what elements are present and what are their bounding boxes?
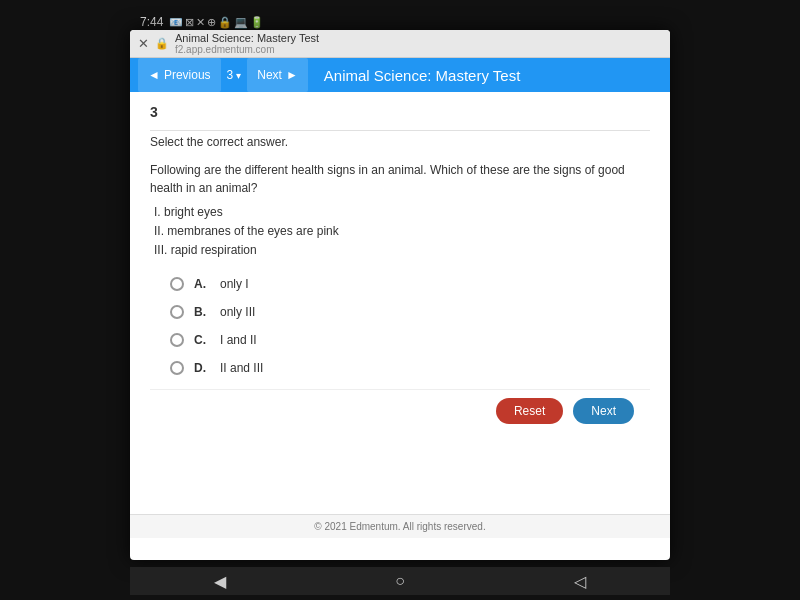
- options-container: A. only I B. only III C. I and II D. II …: [170, 277, 650, 375]
- option-label-c: C.: [194, 333, 210, 347]
- radio-b[interactable]: [170, 305, 184, 319]
- next-label-nav: Next: [257, 68, 282, 82]
- next-arrow-icon: ►: [286, 68, 298, 82]
- question-item-2: II. membranes of the eyes are pink: [154, 222, 650, 241]
- option-text-d: II and III: [220, 361, 263, 375]
- browser-chrome: ✕ 🔒 Animal Science: Mastery Test f2.app.…: [130, 30, 670, 58]
- nav-bar: ◄ Previous 3 ▾ Next ► Animal Science: Ma…: [130, 58, 670, 92]
- radio-d[interactable]: [170, 361, 184, 375]
- dropdown-icon[interactable]: ▾: [236, 70, 241, 81]
- browser-tab-title: Animal Science: Mastery Test: [175, 32, 319, 44]
- option-row-b: B. only III: [170, 305, 650, 319]
- browser-url: f2.app.edmentum.com: [175, 44, 319, 55]
- question-item-3: III. rapid respiration: [154, 241, 650, 260]
- divider: [150, 130, 650, 131]
- option-row-d: D. II and III: [170, 361, 650, 375]
- close-icon[interactable]: ✕: [138, 36, 149, 51]
- radio-a[interactable]: [170, 277, 184, 291]
- device-top: 7:44 📧⊠✕⊕🔒💻🔋: [130, 15, 670, 29]
- option-text-b: only III: [220, 305, 255, 319]
- copyright-text: © 2021 Edmentum. All rights reserved.: [314, 521, 485, 532]
- android-recents-button[interactable]: ◁: [574, 572, 586, 591]
- question-number: 3: [150, 104, 650, 120]
- page-indicator: 3 ▾: [221, 68, 248, 82]
- next-button-nav[interactable]: Next ►: [247, 58, 308, 92]
- content-area: 3 Select the correct answer. Following a…: [130, 92, 670, 514]
- android-home-button[interactable]: ○: [395, 572, 405, 590]
- footer: © 2021 Edmentum. All rights reserved.: [130, 514, 670, 538]
- option-text-c: I and II: [220, 333, 257, 347]
- option-label-d: D.: [194, 361, 210, 375]
- android-nav-bar: ◀ ○ ◁: [130, 567, 670, 595]
- reset-button[interactable]: Reset: [496, 398, 563, 424]
- option-text-a: only I: [220, 277, 249, 291]
- next-button[interactable]: Next: [573, 398, 634, 424]
- previous-label: Previous: [164, 68, 211, 82]
- status-time: 7:44: [140, 15, 163, 29]
- option-label-a: A.: [194, 277, 210, 291]
- bottom-action-bar: Reset Next: [150, 389, 650, 432]
- previous-button[interactable]: ◄ Previous: [138, 58, 221, 92]
- page-title: Animal Science: Mastery Test: [308, 67, 662, 84]
- question-text: Following are the different health signs…: [150, 161, 650, 197]
- page-number: 3: [227, 68, 234, 82]
- question-item-1: I. bright eyes: [154, 203, 650, 222]
- option-row-c: C. I and II: [170, 333, 650, 347]
- lock-icon: 🔒: [155, 37, 169, 50]
- device-frame: ✕ 🔒 Animal Science: Mastery Test f2.app.…: [130, 30, 670, 560]
- option-row-a: A. only I: [170, 277, 650, 291]
- option-label-b: B.: [194, 305, 210, 319]
- prev-arrow-icon: ◄: [148, 68, 160, 82]
- status-icons: 📧⊠✕⊕🔒💻🔋: [169, 16, 264, 29]
- instruction-text: Select the correct answer.: [150, 135, 650, 149]
- android-back-button[interactable]: ◀: [214, 572, 226, 591]
- radio-c[interactable]: [170, 333, 184, 347]
